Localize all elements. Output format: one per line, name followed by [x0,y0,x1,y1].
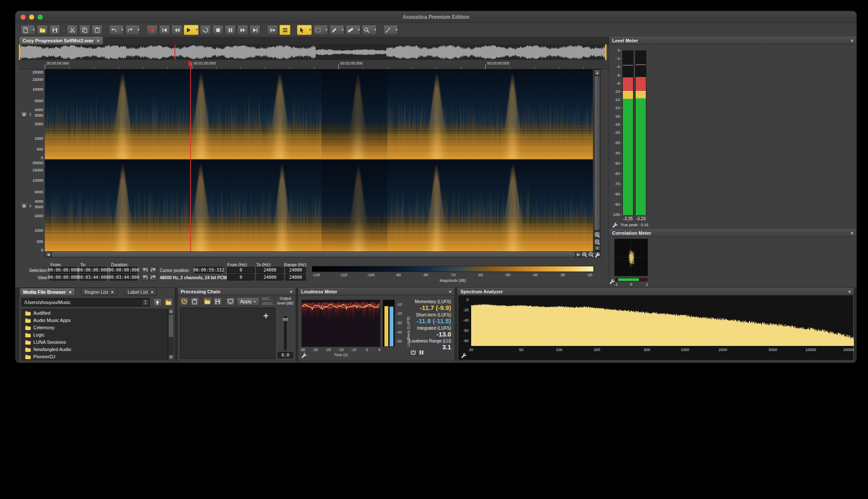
level-meter-settings-wrench-icon[interactable] [612,222,618,228]
tab-media-file-browser[interactable]: Media File Browser× [20,288,75,296]
spectrum-settings-wrench-icon[interactable] [461,353,467,359]
browse-folder-button[interactable] [164,298,173,307]
play-from-cursor-button[interactable] [267,25,278,35]
hz-from-field[interactable]: 0 [227,267,255,273]
folder-item[interactable]: Newfangled Audio [22,345,167,353]
loudness-reset-button[interactable] [410,349,417,356]
zoom-menu-button[interactable]: ▾ [594,246,600,251]
rewind-button[interactable] [171,25,182,35]
close-panel-icon[interactable]: × [449,289,452,294]
selection-undo-button[interactable] [142,267,149,273]
vertical-scroll-thumb[interactable] [595,76,600,230]
output-level-value[interactable]: 0.0 [278,352,293,358]
time-selection-tool-button[interactable]: ▾ [297,25,312,35]
zoom-in-horizontal-button[interactable] [581,252,588,257]
hz-to-field[interactable]: 24000 [256,267,284,273]
waveform-overview[interactable] [19,44,607,60]
scroll-up-button[interactable]: ▲ [594,70,600,76]
folder-item[interactable]: Audified [22,309,167,316]
zoom-out-vertical-button[interactable] [594,239,600,245]
tab-close-icon[interactable]: × [151,289,153,295]
chain-clipboard-button[interactable] [190,297,199,306]
loudness-pause-button[interactable] [418,349,425,356]
scroll-right-button[interactable]: ▶ [575,252,581,257]
chain-save-button[interactable] [213,297,222,306]
view-to-field[interactable]: 00:03:44:000 [79,274,107,281]
selection-duration-field[interactable]: 00:00:00:000 [110,267,138,273]
tab-close-icon[interactable]: × [69,289,71,295]
tab-close-icon[interactable]: × [97,38,100,43]
chain-power-button[interactable] [180,297,189,306]
zoom-in-vertical-button[interactable] [594,231,600,238]
spectral-selection-tool-button[interactable]: ▾ [313,25,328,35]
save-file-button[interactable] [49,25,60,35]
record-button[interactable] [147,25,158,35]
cut-button[interactable] [67,25,78,35]
folder-item[interactable]: PioneerDJ [22,353,167,360]
zoom-out-horizontal-button[interactable] [588,252,594,257]
view-hz-from-field[interactable]: 0 [227,274,255,281]
selection-to-field[interactable]: 00:00:00:000 [79,267,107,273]
selection-redo-button[interactable] [150,267,156,273]
play-button[interactable]: ▾ [184,25,199,35]
vertical-scrollbar[interactable]: ▲ ▾ [594,69,601,251]
selection-from-field[interactable]: 00:00:00:000 [50,267,77,273]
folder-item[interactable]: Audio Music Apps [22,316,167,324]
scroll-up-button[interactable]: ▲ [168,309,174,314]
folder-item[interactable]: Logic [22,331,167,338]
view-hz-range-field[interactable]: 24000 [285,274,306,281]
fast-forward-button[interactable] [237,25,248,35]
redo-button[interactable]: ▾ [125,25,140,35]
retouch-tool-button[interactable]: ▾ [346,25,361,35]
copy-button[interactable] [79,25,90,35]
close-panel-icon[interactable]: × [848,289,851,294]
pause-button[interactable] [225,25,236,35]
cursor-position-field[interactable]: 00:00:59:332 [194,267,223,273]
hz-range-field[interactable]: 24000 [285,267,306,273]
path-stepper[interactable]: ▲▼ [143,299,148,305]
left-channel-control[interactable]: ▦ [21,111,27,118]
scroll-left-button[interactable]: ◀ [45,252,51,257]
horizontal-scrollbar[interactable]: ◀ ▶ ▾ [45,251,601,257]
spectrogram-right-channel[interactable] [45,160,593,251]
scroll-down-button[interactable]: ▼ [168,354,174,360]
tab-close-icon[interactable]: × [111,289,114,295]
chain-open-button[interactable] [203,297,212,306]
spectrogram-left-channel[interactable] [45,69,593,159]
close-panel-icon[interactable]: × [851,38,853,43]
loop-playback-button[interactable] [200,25,211,35]
draw-tool-button[interactable]: ▾ [329,25,344,35]
spectral-view-toggle-button[interactable] [279,25,290,35]
paste-button[interactable] [91,25,103,35]
titlebar[interactable]: Acoustica Premium Edition [15,11,856,23]
go-to-end-button[interactable] [249,25,261,35]
horizontal-scroll-thumb[interactable] [52,252,575,257]
open-file-button[interactable] [37,25,48,35]
close-panel-icon[interactable]: × [290,289,293,294]
output-fader-handle[interactable] [282,318,289,322]
folder-item[interactable]: Celemony [22,324,167,331]
time-ruler[interactable]: 00:00:00:00000:01:00:00000:02:00:00000:0… [19,60,609,69]
zoom-tool-button[interactable]: ▾ [362,25,377,35]
right-channel-resize-icon[interactable]: ⇕ [29,204,32,208]
folder-item[interactable]: LUNA Sessions [22,338,167,345]
chain-monitor-button[interactable] [226,297,235,306]
new-file-button[interactable]: ▾ [21,25,35,35]
view-duration-field[interactable]: 00:03:44:000 [110,274,138,281]
view-hz-to-field[interactable]: 24000 [256,274,284,281]
parent-folder-button[interactable] [153,298,162,307]
chain-slot-area[interactable] [180,307,276,359]
close-panel-icon[interactable]: × [851,230,853,236]
undo-button[interactable]: ▾ [109,25,124,35]
right-channel-control[interactable]: ▦ [21,203,27,209]
loudness-settings-wrench-icon[interactable] [301,353,307,359]
view-redo-button[interactable] [150,274,156,281]
document-tab[interactable]: Cozy Progression SelfMst2.wav × [19,37,103,44]
left-channel-resize-icon[interactable]: ⇕ [29,112,32,117]
stop-button[interactable] [212,25,223,35]
effects-wand-button[interactable]: ▾ [383,25,398,35]
folder-list-scrollbar[interactable]: ▲ ▼ [168,309,174,360]
go-to-start-button[interactable] [159,25,170,35]
path-input[interactable]: /Users/shouyuu/Music ▲▼ [21,298,150,307]
tab-region-list[interactable]: Region List× [81,288,117,296]
